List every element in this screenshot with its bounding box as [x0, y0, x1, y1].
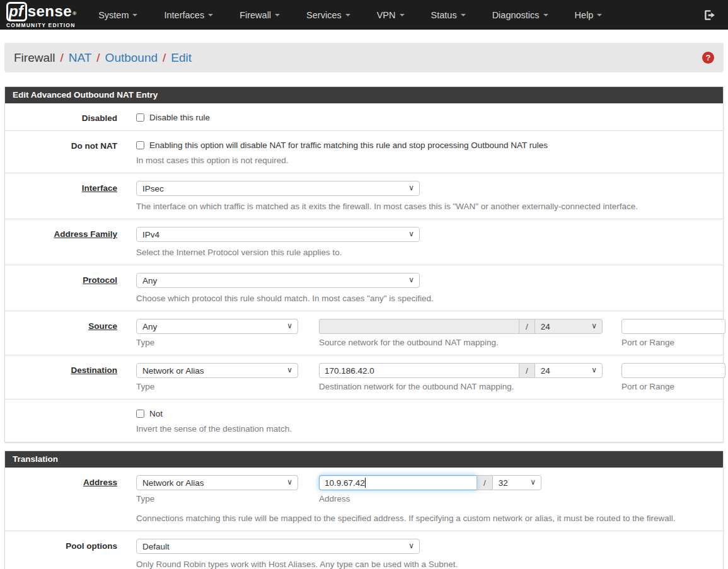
source-label: Source [5, 319, 117, 347]
interface-label: Interface [5, 181, 117, 211]
breadcrumb: Firewall / NAT / Outbound / Edit ? [4, 43, 724, 72]
destination-mask-select[interactable]: 24 [534, 363, 603, 378]
edit-outbound-nat-panel: Edit Advanced Outbound NAT Entry Disable… [4, 86, 724, 442]
source-mask-select[interactable]: 24 [534, 319, 603, 334]
not-checkbox[interactable] [136, 410, 144, 418]
source-network-caption: Source network for the outbound NAT mapp… [319, 338, 603, 347]
pool-options-select[interactable]: Default [136, 539, 420, 554]
top-navbar: pfsense® COMMUNITY EDITION System Interf… [0, 0, 728, 30]
panel-title: Translation [5, 451, 723, 468]
menu-status[interactable]: Status [418, 0, 479, 30]
text-cursor [365, 478, 366, 488]
row-not: Not Invert the sense of the destination … [5, 399, 723, 441]
not-label-spacer [5, 407, 117, 434]
destination-network-caption: Destination network for the outbound NAT… [319, 382, 603, 391]
caret-down-icon [345, 14, 350, 16]
breadcrumb-firewall: Firewall [14, 51, 55, 65]
translation-panel: Translation Address Network or Alias ∨ [4, 451, 724, 569]
destination-network-input[interactable] [319, 363, 519, 378]
do-not-nat-checkbox-label: Enabling this option will disable NAT fo… [149, 141, 548, 150]
interface-select[interactable]: IPsec [136, 181, 420, 196]
pfsense-wordmark: pfsense® [6, 2, 76, 21]
caret-down-icon [543, 14, 548, 16]
source-network-input[interactable] [319, 319, 519, 334]
source-port-input[interactable] [621, 319, 725, 334]
translation-type-caption: Type [136, 494, 298, 503]
row-disabled: Disabled Disable this rule [5, 103, 723, 131]
protocol-label: Protocol [5, 273, 117, 303]
caret-down-icon [132, 14, 137, 16]
source-type-caption: Type [136, 338, 298, 347]
protocol-help: Choose which protocol this rule should m… [136, 294, 715, 303]
row-do-not-nat: Do not NAT Enabling this option will dis… [5, 131, 723, 173]
row-pool-options: Pool options Default ∨ Only Round Robin … [5, 531, 723, 569]
destination-label: Destination [5, 363, 117, 391]
translation-mask-select[interactable]: 32 [492, 475, 541, 490]
translation-address-label: Address [5, 475, 117, 523]
row-source: Source Any ∨ / 24 ∨ [5, 311, 723, 355]
not-help: Invert the sense of the destination matc… [136, 424, 715, 434]
breadcrumb-nat-link[interactable]: NAT [69, 51, 92, 65]
source-port-caption: Port or Range [621, 338, 725, 347]
row-protocol: Protocol Any ∨ Choose which protocol thi… [5, 265, 723, 311]
protocol-select[interactable]: Any [136, 273, 420, 288]
disable-rule-checkbox[interactable] [136, 113, 144, 122]
menu-diagnostics[interactable]: Diagnostics [479, 0, 562, 30]
caret-down-icon [275, 14, 280, 16]
not-checkbox-label: Not [149, 409, 163, 418]
cidr-separator: / [477, 475, 492, 490]
pf-logo-mark: pf [6, 2, 27, 21]
do-not-nat-checkbox[interactable] [136, 141, 144, 149]
breadcrumb-separator: / [163, 51, 166, 65]
pool-options-label: Pool options [5, 539, 117, 569]
community-edition-label: COMMUNITY EDITION [6, 22, 76, 28]
menu-firewall[interactable]: Firewall [226, 0, 293, 30]
translation-address-caption: Address [319, 494, 350, 503]
address-family-help: Select the Internet Protocol version thi… [136, 248, 715, 257]
pfsense-logo[interactable]: pfsense® COMMUNITY EDITION [6, 2, 76, 28]
disable-rule-checkbox-label: Disable this rule [149, 113, 210, 122]
breadcrumb-outbound-link[interactable]: Outbound [105, 51, 158, 65]
cidr-separator: / [519, 363, 534, 378]
row-translation-address: Address Network or Alias ∨ / 32 [5, 468, 723, 531]
destination-port-input[interactable] [621, 363, 725, 378]
breadcrumb-separator: / [96, 51, 100, 65]
source-type-select[interactable]: Any [136, 319, 298, 334]
row-destination: Destination Network or Alias ∨ / 24 ∨ [5, 355, 723, 399]
menu-system[interactable]: System [85, 0, 151, 30]
breadcrumb-edit-link[interactable]: Edit [171, 51, 192, 65]
sign-out-icon[interactable] [703, 8, 717, 22]
cidr-separator: / [519, 319, 534, 334]
main-menu: System Interfaces Firewall Services VPN … [85, 0, 615, 30]
breadcrumb-separator: / [60, 51, 63, 65]
disabled-label: Disabled [5, 111, 117, 123]
caret-down-icon [597, 14, 602, 16]
help-icon[interactable]: ? [702, 52, 714, 64]
menu-interfaces[interactable]: Interfaces [151, 0, 226, 30]
translation-type-select[interactable]: Network or Alias [136, 475, 298, 490]
do-not-nat-label: Do not NAT [5, 139, 117, 165]
row-interface: Interface IPsec ∨ The interface on which… [5, 173, 723, 219]
caret-down-icon [461, 14, 466, 16]
pool-options-help: Only Round Robin types work with Host Al… [136, 560, 715, 569]
address-family-select[interactable]: IPv4 [136, 227, 420, 242]
caret-down-icon [208, 14, 213, 16]
menu-help[interactable]: Help [562, 0, 616, 30]
translation-address-input[interactable] [319, 475, 477, 490]
panel-title: Edit Advanced Outbound NAT Entry [5, 87, 723, 103]
translation-address-help: Connections matching this rule will be m… [136, 514, 715, 523]
destination-type-caption: Type [136, 382, 298, 391]
menu-vpn[interactable]: VPN [364, 0, 418, 30]
do-not-nat-help: In most cases this option is not require… [136, 156, 715, 165]
menu-services[interactable]: Services [293, 0, 364, 30]
destination-port-caption: Port or Range [621, 382, 725, 391]
interface-help: The interface on which traffic is matche… [136, 202, 715, 211]
caret-down-icon [400, 14, 405, 16]
address-family-label: Address Family [5, 227, 117, 257]
row-address-family: Address Family IPv4 ∨ Select the Interne… [5, 219, 723, 265]
destination-type-select[interactable]: Network or Alias [136, 363, 298, 378]
